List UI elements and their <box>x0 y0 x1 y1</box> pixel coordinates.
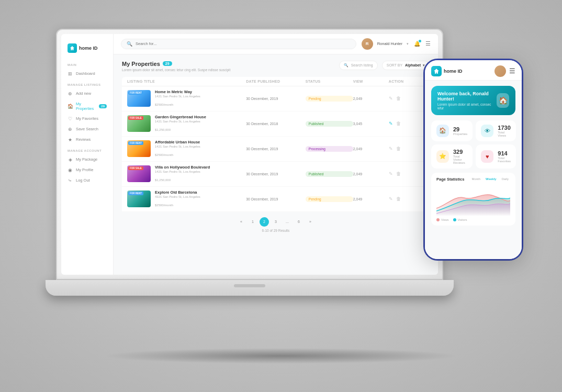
listing-title-cell: FOR RENT Affordable Urban House 1421 San… <box>127 140 246 158</box>
main-content: 🔍 R Ronald Hunter ▾ 🔔 ☰ <box>114 34 438 275</box>
scene: home ID MAIN ⊞ Dashboard MANAGE LISTINGS… <box>46 29 516 364</box>
edit-icon[interactable]: ✎ <box>389 146 393 151</box>
edit-icon[interactable]: ✎ <box>389 96 393 101</box>
stat-label: Total Favorites <box>498 156 511 163</box>
page-3-btn[interactable]: 3 <box>271 217 280 227</box>
chart-tab-weekly[interactable]: Weekly <box>484 177 498 181</box>
stat-label: Total Visitor Reviews <box>453 155 467 164</box>
mobile-logo-icon <box>431 66 442 76</box>
delete-icon[interactable]: 🗑 <box>396 196 401 201</box>
listing-tag: FOR RENT <box>128 192 143 195</box>
my-properties-label: My Properties <box>76 102 96 111</box>
stat-icon-reviews: ⭐ <box>436 150 449 163</box>
sidebar-item-save-search[interactable]: ⊕ Save Search <box>61 124 113 135</box>
edit-icon[interactable]: ✎ <box>389 171 393 176</box>
listing-image: FOR RENT <box>127 90 151 107</box>
listing-info: Explore Old Barcelona 4321 San Pedro St,… <box>155 190 200 208</box>
chart-tab-month[interactable]: Month <box>470 177 482 181</box>
delete-icon[interactable]: 🗑 <box>396 171 401 176</box>
dashboard-label: Dashboard <box>76 71 95 76</box>
table-header: Listing title Date Published Status View… <box>122 77 430 86</box>
listing-title-cell: FOR SALE Villa on Hollywood Boulevard 14… <box>127 165 246 183</box>
sidebar-item-logout[interactable]: ⤷ Log Out <box>61 175 113 186</box>
stat-info-favorites: 914 Total Favorites <box>498 150 511 163</box>
sidebar-item-add-new[interactable]: ⊕ Add new <box>61 88 113 99</box>
stat-info-properties: 29 Properties <box>453 126 467 136</box>
chart-tab-daily[interactable]: Daily <box>500 177 510 181</box>
page-next-btn[interactable]: » <box>306 217 315 227</box>
edit-icon[interactable]: ✎ <box>389 196 393 201</box>
listing-info: Affordable Urban House 1421 San Pedro St… <box>155 140 200 158</box>
header: 🔍 R Ronald Hunter ▾ 🔔 ☰ <box>114 34 438 54</box>
sidebar-item-favorites[interactable]: ♡ My Favorites <box>61 114 113 124</box>
sidebar-item-my-properties[interactable]: 🏠 My Properties 29 <box>61 99 113 114</box>
status-badge: Pending <box>306 96 353 102</box>
sidebar-item-my-profile[interactable]: ◉ My Profile <box>61 165 113 175</box>
mobile-app-name: home ID <box>444 69 463 74</box>
profile-label: My Profile <box>76 167 93 172</box>
stat-value: 329 <box>453 149 467 155</box>
action-icons: ✎ 🗑 <box>389 146 424 151</box>
delete-icon[interactable]: 🗑 <box>396 96 401 101</box>
table-row: FOR SALE Garden Gingerbread House 1421 S… <box>122 111 430 137</box>
stat-icon-views: 👁 <box>481 125 493 137</box>
status-badge: Pending <box>306 196 353 202</box>
page-1-btn[interactable]: 1 <box>248 217 257 227</box>
sidebar-item-my-package[interactable]: ◈ My Package <box>61 154 113 165</box>
col-date: Date Published <box>246 80 306 83</box>
hamburger-menu[interactable]: ☰ <box>425 40 431 47</box>
save-search-icon: ⊕ <box>68 127 73 132</box>
mobile-avatar <box>494 65 506 77</box>
mobile-device: home ID ☰ Welcome back, Ronald Hunter! L… <box>425 60 522 259</box>
legend-item-visitors: Visitors <box>453 218 467 221</box>
table-row: FOR RENT Affordable Urban House 1421 San… <box>122 137 430 162</box>
stats-grid: 🏠 29 Properties 👁 1730 Total Views ⭐ <box>431 120 515 169</box>
delete-icon[interactable]: 🗑 <box>396 121 401 126</box>
stat-card-reviews: ⭐ 329 Total Visitor Reviews <box>431 144 473 169</box>
package-label: My Package <box>76 157 97 162</box>
col-title: Listing title <box>127 80 246 83</box>
legend-dot-views <box>436 218 440 221</box>
table-row: FOR RENT Explore Old Barcelona 4321 San … <box>122 187 430 212</box>
listing-tag: FOR RENT <box>128 141 143 145</box>
welcome-text: Welcome back, Ronald Hunter! Lorem ipsum… <box>437 91 497 110</box>
notification-bell[interactable]: 🔔 <box>413 40 421 48</box>
view-count: 2,049 <box>353 172 389 176</box>
page-prev-btn[interactable]: « <box>237 217 246 227</box>
sidebar-item-dashboard[interactable]: ⊞ Dashboard <box>61 69 113 79</box>
search-listing-input[interactable]: 🔍 Search listing <box>339 61 378 70</box>
date: 30 December, 2019 <box>246 97 306 100</box>
legend-dot-visitors <box>453 218 456 221</box>
mobile-menu-icon[interactable]: ☰ <box>509 67 515 75</box>
sidebar-item-reviews[interactable]: ★ Reviews <box>61 135 113 145</box>
user-name: Ronald Hunter <box>377 41 402 46</box>
sort-button[interactable]: SORT BY Alphabet ▾ <box>382 61 430 70</box>
dropdown-arrow[interactable]: ▾ <box>407 42 409 46</box>
listing-image: FOR SALE <box>127 165 151 182</box>
stat-label: Properties <box>453 132 467 136</box>
search-input[interactable] <box>136 41 351 46</box>
page-2-btn[interactable]: 2 <box>260 217 269 227</box>
delete-icon[interactable]: 🗑 <box>396 146 401 151</box>
main-section-label: MAIN <box>61 59 113 69</box>
listing-image: FOR RENT <box>127 140 151 157</box>
page-actions: 🔍 Search listing SORT BY Alphabet ▾ <box>339 61 430 70</box>
search-bar[interactable]: 🔍 <box>121 39 356 49</box>
stat-card-views: 👁 1730 Total Views <box>476 120 516 141</box>
page-6-btn[interactable]: 6 <box>294 217 304 227</box>
col-view: View <box>353 80 389 83</box>
search-listing-text: Search listing <box>351 63 373 67</box>
package-icon: ◈ <box>68 157 73 162</box>
status-badge: Processing <box>306 146 353 152</box>
logo-area: home ID <box>61 40 113 59</box>
logout-label: Log Out <box>76 178 90 183</box>
listing-price: $1,250,000 <box>155 128 171 131</box>
status-badge: Published <box>306 171 353 177</box>
reviews-label: Reviews <box>76 137 91 142</box>
chart-tabs: Month Weekly Daily <box>470 177 510 181</box>
avatar: R <box>362 38 373 50</box>
listing-title-cell: FOR RENT Home in Metric Way 1421 San Ped… <box>127 89 246 108</box>
edit-icon[interactable]: ✎ <box>389 121 393 126</box>
listing-image: FOR SALE <box>127 115 151 132</box>
action-icons: ✎ 🗑 <box>389 121 424 126</box>
